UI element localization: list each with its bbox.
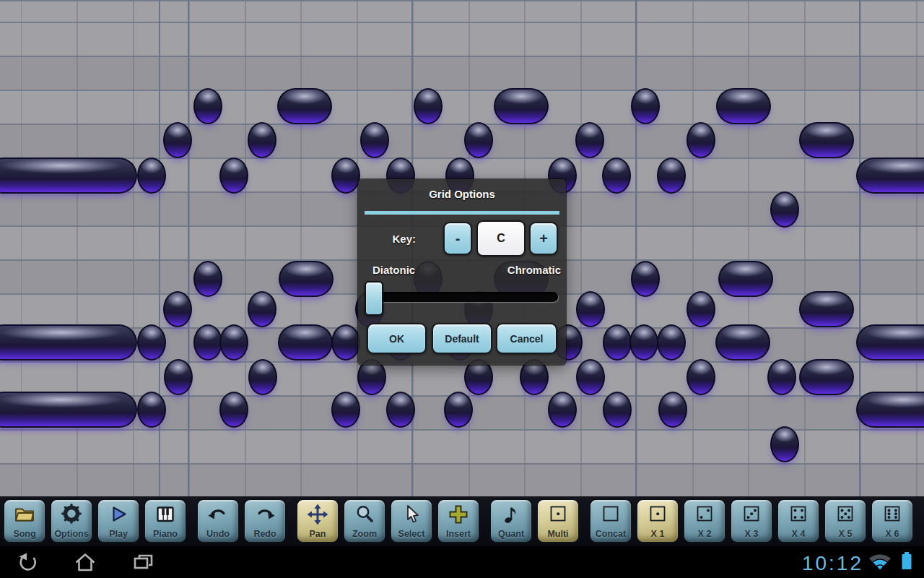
round-note[interactable]: [629, 324, 658, 361]
toolbar-button-piano[interactable]: Piano: [144, 499, 187, 543]
round-note[interactable]: [603, 324, 632, 361]
pill-note[interactable]: [494, 88, 549, 124]
pill-note[interactable]: [278, 324, 333, 361]
square-dot-icon: [538, 501, 578, 527]
round-note[interactable]: [219, 392, 248, 428]
system-bar: 10:12: [0, 546, 924, 578]
round-note[interactable]: [163, 122, 192, 158]
toolbar-button-select[interactable]: Select: [390, 499, 433, 543]
cancel-button[interactable]: Cancel: [496, 323, 557, 354]
toolbar-button-x-3[interactable]: X 3: [730, 499, 773, 543]
toolbar-button-label: Quant: [491, 529, 531, 539]
round-note[interactable]: [137, 324, 166, 361]
pill-note[interactable]: [715, 324, 770, 361]
key-plus-button[interactable]: +: [529, 222, 558, 255]
round-note[interactable]: [164, 359, 193, 395]
scale-slider-thumb[interactable]: [365, 281, 383, 316]
round-note[interactable]: [331, 158, 360, 194]
toolbar-button-play[interactable]: Play: [97, 499, 140, 543]
pill-note[interactable]: [277, 88, 332, 124]
round-note[interactable]: [770, 191, 799, 228]
pill-note[interactable]: [716, 88, 771, 124]
round-note[interactable]: [658, 392, 687, 428]
long-note-right-edge[interactable]: [856, 392, 924, 428]
round-note[interactable]: [767, 359, 796, 395]
toolbar-button-x-4[interactable]: X 4: [777, 499, 820, 543]
dialog-title: Grid Options: [358, 188, 566, 200]
pill-note[interactable]: [718, 261, 773, 297]
long-note-right-edge[interactable]: [856, 158, 924, 194]
battery-icon: [901, 551, 912, 573]
round-note[interactable]: [193, 324, 222, 361]
round-note[interactable]: [687, 291, 715, 327]
long-note-left-edge[interactable]: [0, 392, 137, 428]
toolbar-button-song[interactable]: Song: [3, 499, 46, 543]
round-note[interactable]: [219, 324, 248, 361]
toolbar-button-multi[interactable]: Multi: [536, 499, 580, 543]
round-note[interactable]: [602, 158, 631, 194]
pill-note[interactable]: [279, 261, 334, 297]
toolbar-button-pan[interactable]: Pan: [296, 499, 339, 543]
round-note[interactable]: [331, 392, 360, 428]
default-button[interactable]: Default: [432, 323, 492, 354]
round-note[interactable]: [137, 158, 166, 194]
toolbar-button-x-6[interactable]: X 6: [871, 499, 914, 543]
round-note[interactable]: [163, 291, 192, 327]
ok-button[interactable]: OK: [367, 323, 427, 354]
pill-note[interactable]: [799, 359, 854, 395]
round-note[interactable]: [548, 392, 577, 428]
round-note[interactable]: [770, 426, 799, 462]
recents-icon[interactable]: [130, 550, 156, 574]
round-note[interactable]: [248, 291, 276, 327]
toolbar-button-zoom[interactable]: Zoom: [343, 499, 386, 543]
long-note-left-edge[interactable]: [0, 324, 137, 361]
round-note[interactable]: [193, 261, 222, 297]
toolbar-button-label: X 6: [872, 529, 912, 539]
piano-icon: [145, 501, 186, 527]
toolbar-button-x-5[interactable]: X 5: [824, 499, 867, 543]
toolbar-button-x-1[interactable]: X 1: [636, 499, 679, 543]
round-note[interactable]: [657, 158, 686, 194]
round-note[interactable]: [576, 359, 605, 395]
toolbar-button-quant[interactable]: Quant: [489, 499, 533, 543]
round-note[interactable]: [386, 392, 415, 428]
round-note[interactable]: [137, 392, 166, 428]
toolbar-button-redo[interactable]: Redo: [243, 499, 287, 543]
key-minus-button[interactable]: -: [443, 222, 472, 255]
round-note[interactable]: [575, 122, 604, 158]
round-note[interactable]: [576, 291, 605, 327]
folder-icon: [4, 501, 45, 527]
round-note[interactable]: [603, 392, 632, 428]
round-note[interactable]: [631, 88, 660, 124]
round-note[interactable]: [687, 122, 715, 158]
round-note[interactable]: [219, 158, 248, 194]
round-note[interactable]: [414, 88, 443, 124]
round-note[interactable]: [331, 324, 360, 361]
toolbar-button-concat[interactable]: Concat: [589, 499, 632, 543]
dice-2-icon: [684, 501, 725, 527]
toolbar-button-options[interactable]: Options: [50, 499, 93, 543]
long-note-right-edge[interactable]: [856, 324, 924, 361]
round-note[interactable]: [444, 392, 473, 428]
back-icon[interactable]: [16, 550, 42, 574]
toolbar-button-insert[interactable]: Insert: [437, 499, 480, 543]
round-note[interactable]: [464, 122, 493, 158]
pill-note[interactable]: [799, 291, 854, 327]
round-note[interactable]: [193, 88, 222, 124]
round-note[interactable]: [248, 359, 277, 395]
round-note[interactable]: [657, 324, 686, 361]
toolbar-button-undo[interactable]: Undo: [196, 499, 240, 543]
home-icon[interactable]: [72, 550, 98, 574]
round-note[interactable]: [631, 261, 660, 297]
long-note-left-edge[interactable]: [0, 158, 137, 194]
toolbar-button-label: Pan: [297, 529, 338, 539]
round-note[interactable]: [360, 122, 389, 158]
pill-note[interactable]: [799, 122, 854, 158]
redo-icon: [245, 501, 285, 527]
round-note[interactable]: [687, 359, 715, 395]
scale-slider-track[interactable]: [365, 292, 558, 302]
toolbar-button-label: X 4: [778, 529, 819, 539]
round-note[interactable]: [248, 122, 276, 158]
toolbar-button-x-2[interactable]: X 2: [683, 499, 726, 543]
toolbar-button-label: Piano: [145, 529, 186, 539]
